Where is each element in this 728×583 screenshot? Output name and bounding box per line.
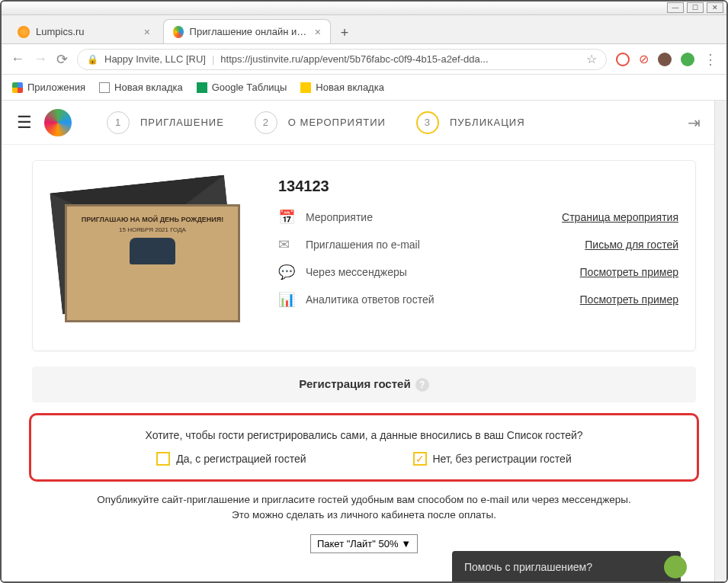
window-maximize[interactable]: ☐ [687, 2, 704, 13]
yandex-icon [300, 82, 311, 93]
bookmark-newtab-2[interactable]: Новая вкладка [300, 82, 384, 93]
analytics-example-link[interactable]: Посмотреть пример [580, 293, 678, 306]
messenger-example-link[interactable]: Посмотреть пример [580, 266, 678, 278]
lock-icon: 🔒 [87, 54, 98, 65]
page-content: ☰ 1ПРИГЛАШЕНИЕ 2О МЕРОПРИЯТИИ 3ПУБЛИКАЦИ… [2, 101, 726, 583]
extension-green-icon[interactable] [681, 53, 694, 66]
bookmarks-bar: Приложения Новая вкладка Google Таблицы … [2, 75, 726, 101]
checkbox-unchecked[interactable] [156, 452, 170, 466]
meta-analytics: 📊Аналитика ответов гостейПосмотреть прим… [278, 291, 678, 308]
chat-icon: 💬 [278, 264, 295, 280]
address-row: ← → ⟳ 🔒 Happy Invite, LLC [RU] | https:/… [2, 44, 726, 75]
menu-button[interactable]: ⋮ [704, 51, 717, 68]
extension-opera-icon[interactable] [616, 53, 630, 66]
help-icon[interactable]: ? [415, 378, 429, 392]
tab-title: Приглашение онлайн и сайт м [190, 26, 309, 37]
guest-letter-link[interactable]: Письмо для гостей [585, 239, 678, 251]
site-identity: Happy Invite, LLC [RU] [104, 53, 206, 65]
event-page-link[interactable]: Страница мероприятия [562, 211, 678, 223]
registration-question: Хотите, чтобы гости регистрировались сам… [45, 429, 683, 441]
url-text: https://justinvite.ru/app/event/5b76fabc… [220, 53, 580, 65]
bookmark-star-icon[interactable]: ☆ [586, 52, 597, 66]
window-minimize[interactable]: — [667, 2, 684, 13]
reload-button[interactable]: ⟳ [56, 51, 68, 68]
help-widget[interactable]: Помочь с приглашением? [452, 551, 681, 583]
package-select[interactable]: Пакет "Лайт" 50% ▼ [310, 534, 418, 553]
tab-title: Lumpics.ru [36, 26, 85, 37]
calendar-icon: 📅 [278, 209, 295, 226]
exit-icon[interactable]: ⇥ [688, 114, 701, 132]
option-without-registration[interactable]: ✓Нет, без регистрации гостей [413, 452, 572, 466]
option-with-registration[interactable]: Да, с регистрацией гостей [156, 452, 306, 466]
step-bar: ☰ 1ПРИГЛАШЕНИЕ 2О МЕРОПРИЯТИИ 3ПУБЛИКАЦИ… [2, 101, 726, 145]
forward-button[interactable]: → [34, 51, 47, 67]
help-dot-icon [664, 556, 687, 578]
tab-lumpics[interactable]: Lumpics.ru × [8, 19, 160, 43]
app-logo[interactable] [44, 109, 72, 136]
close-tab-icon[interactable]: × [144, 26, 150, 38]
extension-slash-icon[interactable]: ⊘ [639, 52, 649, 66]
invite-graphic: ПРИГЛАШАЮ НА МОЙ ДЕНЬ РОЖДЕНИЯ! 15 НОЯБР… [65, 204, 240, 322]
file-icon [99, 82, 110, 93]
scrollbar[interactable] [714, 101, 726, 583]
invite-thumbnail[interactable]: ПРИГЛАШАЮ НА МОЙ ДЕНЬ РОЖДЕНИЯ! 15 НОЯБР… [50, 178, 248, 334]
window-titlebar: — ☐ ✕ [2, 2, 726, 15]
address-bar[interactable]: 🔒 Happy Invite, LLC [RU] | https://justi… [77, 49, 607, 70]
step-3[interactable]: 3ПУБЛИКАЦИЯ [416, 111, 525, 134]
step-2[interactable]: 2О МЕРОПРИЯТИИ [255, 111, 386, 134]
meta-email: ✉Приглашения по e-mailПисьмо для гостей [278, 236, 678, 253]
apps-icon [12, 82, 23, 93]
section-header-registration: Регистрация гостей? [32, 367, 696, 402]
mail-icon: ✉ [278, 236, 295, 253]
close-tab-icon[interactable]: × [315, 26, 321, 38]
sheets-icon [197, 82, 207, 93]
meta-event: 📅МероприятиеСтраница мероприятия [278, 209, 678, 226]
back-button[interactable]: ← [11, 51, 24, 67]
tab-invite[interactable]: Приглашение онлайн и сайт м × [163, 19, 331, 43]
step-1[interactable]: 1ПРИГЛАШЕНИЕ [107, 111, 224, 134]
favicon-icon [173, 26, 184, 38]
favicon-icon [18, 26, 30, 38]
bookmark-apps[interactable]: Приложения [12, 82, 85, 93]
registration-box: Хотите, чтобы гости регистрировались сам… [29, 413, 699, 482]
analytics-icon: 📊 [278, 291, 295, 308]
event-title: 134123 [278, 178, 678, 195]
bookmark-newtab-1[interactable]: Новая вкладка [99, 82, 183, 93]
checkbox-checked[interactable]: ✓ [413, 452, 427, 466]
meta-messenger: 💬Через мессенджерыПосмотреть пример [278, 264, 678, 280]
menu-icon[interactable]: ☰ [17, 113, 32, 133]
browser-tabbar: Lumpics.ru × Приглашение онлайн и сайт м… [2, 15, 726, 44]
event-card: ПРИГЛАШАЮ НА МОЙ ДЕНЬ РОЖДЕНИЯ! 15 НОЯБР… [32, 160, 696, 351]
new-tab-button[interactable]: + [334, 22, 355, 43]
profile-avatar-icon[interactable] [658, 53, 672, 66]
window-close[interactable]: ✕ [707, 2, 723, 13]
publish-note: Опубликуйте сайт-приглашение и пригласит… [32, 492, 696, 524]
bookmark-sheets[interactable]: Google Таблицы [197, 82, 287, 93]
